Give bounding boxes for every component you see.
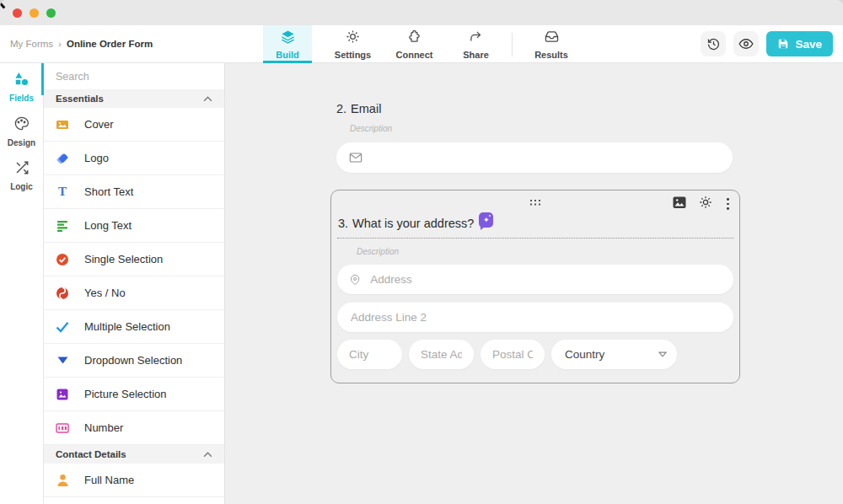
country-select-value: Country [565, 348, 604, 361]
drag-handle[interactable] [530, 200, 540, 206]
window-titlebar [0, 0, 843, 25]
shuffle-icon [14, 160, 30, 179]
rail-tab-fields[interactable]: Fields [0, 71, 43, 103]
address-line1-input-wrap [337, 265, 733, 294]
fields-panel: Essentials Cover Logo T Short Text [44, 63, 225, 504]
rail-tab-logic-label: Logic [10, 182, 33, 191]
builder-tabs: Build Settings Connect Share [263, 25, 585, 63]
close-window-button[interactable] [13, 8, 22, 18]
long-text-icon [56, 219, 69, 233]
palette-icon [13, 115, 30, 135]
maximize-window-button[interactable] [46, 8, 56, 18]
address-field-block-selected[interactable]: 3. What is your address? ✦ Description [330, 190, 740, 383]
form-canvas[interactable]: 2. Email Description [225, 63, 843, 504]
tab-share-label: Share [463, 50, 489, 60]
minimize-window-button[interactable] [30, 8, 39, 18]
tab-divider [512, 33, 513, 56]
email-field-description[interactable]: Description [350, 124, 740, 133]
postal-code-input[interactable] [492, 348, 533, 361]
floppy-icon [777, 38, 789, 50]
field-item-long-text[interactable]: Long Text [44, 209, 224, 243]
history-icon [706, 37, 721, 51]
field-item-single-selection[interactable]: Single Selection [44, 243, 224, 276]
question-text: Email [351, 102, 381, 115]
postal-code-input-wrap [481, 340, 545, 369]
cover-icon [56, 118, 69, 131]
email-input[interactable] [336, 142, 733, 173]
field-item-dropdown-selection[interactable]: Dropdown Selection [44, 344, 224, 378]
tab-connect[interactable]: Connect [384, 25, 445, 63]
address-line2-input-wrap [337, 303, 733, 332]
dropdown-selection-icon [56, 354, 69, 367]
tab-share[interactable]: Share [445, 25, 507, 63]
short-text-icon: T [56, 185, 69, 199]
tab-build-label: Build [276, 50, 299, 60]
state-input-wrap [409, 340, 474, 369]
field-search-input[interactable] [56, 71, 212, 83]
logo-icon [56, 152, 69, 165]
tab-settings-label: Settings [335, 50, 371, 60]
builder-header: My Forms › Online Order Form Build Setti… [0, 25, 843, 63]
chevron-down-icon [658, 351, 667, 357]
tab-results[interactable]: Results [518, 25, 585, 63]
gear-icon [346, 29, 360, 47]
question-number: 2. [336, 102, 346, 115]
address-sub-row: Country [337, 340, 733, 369]
field-item-yes-no[interactable]: Yes / No [44, 276, 224, 310]
header-actions: Save [701, 25, 833, 62]
city-input[interactable] [349, 348, 390, 361]
save-button[interactable]: Save [766, 31, 833, 56]
rail-tab-design[interactable]: Design [0, 115, 43, 147]
field-item-picture-selection[interactable]: Picture Selection [44, 378, 224, 411]
yes-no-icon [56, 287, 69, 300]
question-number: 3. [338, 217, 348, 230]
address-line2-input[interactable] [351, 311, 721, 324]
number-icon [56, 421, 69, 435]
field-item-number[interactable]: Number [44, 411, 224, 445]
layers-icon [281, 29, 295, 47]
email-field-label[interactable]: 2. Email [330, 102, 740, 115]
gear-icon[interactable] [699, 196, 712, 212]
breadcrumb-form-title[interactable]: Online Order Form [67, 39, 153, 49]
address-question-row[interactable]: 3. What is your address? ✦ [337, 216, 733, 239]
email-field-block[interactable]: 2. Email Description [330, 102, 740, 173]
kebab-menu-icon[interactable] [725, 198, 731, 209]
picture-selection-icon [56, 388, 69, 401]
share-arrow-icon [469, 29, 483, 47]
tab-connect-label: Connect [396, 50, 433, 60]
state-input[interactable] [421, 348, 462, 361]
single-selection-icon [56, 253, 69, 266]
preview-form-button[interactable] [733, 31, 759, 56]
save-button-label: Save [795, 38, 822, 51]
breadcrumb: My Forms › Online Order Form [10, 25, 153, 62]
section-header-essentials[interactable]: Essentials [44, 89, 224, 108]
field-item-multiple-selection[interactable]: Multiple Selection [44, 310, 224, 344]
fields-shapes-icon [13, 71, 30, 90]
ai-sparkle-badge-icon[interactable]: ✦ [479, 212, 493, 228]
section-title: Essentials [56, 94, 104, 104]
tab-results-label: Results [534, 50, 568, 60]
chevron-up-icon [203, 96, 212, 102]
chevron-up-icon [203, 452, 212, 458]
city-input-wrap [337, 340, 402, 369]
address-line1-input[interactable] [370, 273, 721, 286]
map-pin-icon [350, 274, 360, 286]
tab-settings[interactable]: Settings [322, 25, 384, 63]
field-item-cover[interactable]: Cover [44, 108, 224, 142]
section-header-contact-details[interactable]: Contact Details [44, 445, 224, 464]
breadcrumb-separator: › [58, 39, 62, 49]
image-icon[interactable] [673, 196, 686, 212]
address-field-description[interactable]: Description [357, 247, 733, 256]
rail-tab-logic[interactable]: Logic [0, 160, 43, 191]
country-select[interactable]: Country [551, 340, 677, 369]
breadcrumb-my-forms[interactable]: My Forms [10, 39, 53, 49]
field-item-logo[interactable]: Logo [44, 142, 224, 175]
field-item-short-text[interactable]: T Short Text [44, 175, 224, 209]
question-text[interactable]: What is your address? [352, 217, 474, 230]
envelope-icon [349, 151, 362, 164]
full-name-icon [56, 474, 69, 487]
field-item-full-name[interactable]: Full Name [44, 464, 224, 497]
tab-build[interactable]: Build [263, 25, 312, 63]
rail-tab-fields-label: Fields [9, 94, 34, 103]
revision-history-button[interactable] [701, 31, 726, 56]
